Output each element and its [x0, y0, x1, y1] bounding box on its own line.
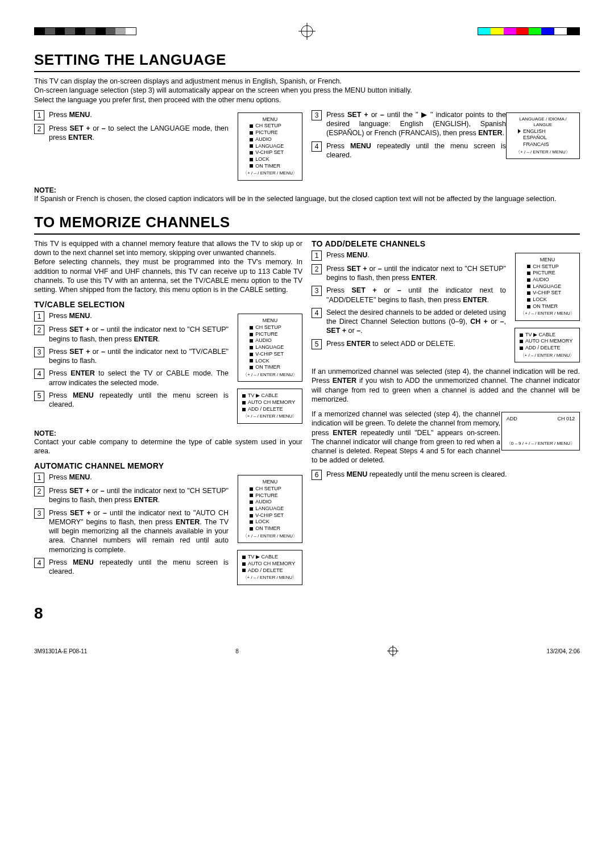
osd-item-label: AUTO CH MEMORY [525, 338, 572, 345]
osd-item: AUTO CH MEMORY [520, 338, 575, 345]
lang-intro-2: On-screen language selection (step 3) wi… [34, 86, 580, 95]
step: 2Press SET + or – to select the LANGUAGE… [34, 124, 229, 143]
osd-item-label: ON TIMER [255, 163, 280, 170]
osd-item: ADD / DELETE [520, 345, 575, 352]
top-crop-marks [34, 23, 580, 40]
osd-item: ESPAÑOL [518, 135, 575, 141]
square-icon [250, 326, 253, 329]
osd-item: LANGUAGE [243, 143, 297, 150]
step-number: 3 [312, 110, 322, 120]
step-text: Press MENU repeatedly until the menu scr… [49, 558, 229, 577]
osd-autoch-illustration: TV ▶ CABLEAUTO CH MEMORYADD / DELETE 〈+ … [237, 550, 302, 585]
square-icon [250, 144, 253, 148]
osd-item: ON TIMER [243, 163, 297, 170]
square-icon [250, 359, 253, 362]
square-icon [250, 527, 253, 531]
osd-item: AUTO CH MEMORY [242, 561, 297, 567]
osd-item: LOCK [243, 156, 297, 163]
step-text: Press MENU. [49, 311, 229, 322]
square-icon [527, 298, 530, 302]
osd-add-hint: 〈0 – 9 / + / – / ENTER / MENU〉 [507, 441, 575, 446]
step: 3Press SET + or – until the indicator ne… [312, 286, 506, 304]
step: 3Press SET + or – until the " ▶ " indica… [312, 110, 506, 138]
osd-item-label: CH SETUP [533, 264, 559, 270]
step-number: 2 [312, 264, 322, 274]
osd-item-label: ON TIMER [255, 525, 280, 532]
osd-item-label: LANGUAGE [533, 283, 561, 290]
osd-item-label: ESPAÑOL [523, 135, 547, 141]
step: 1Press MENU. [34, 110, 229, 120]
step: 2Press SET + or – until the indicator ne… [34, 325, 229, 344]
square-icon [520, 347, 523, 350]
step-text: Select the desired channels to be added … [326, 308, 506, 336]
add-para-1: If an unmemorized channel was selected (… [312, 367, 580, 404]
osd-hint: 〈+ / – / ENTER / MENU〉 [243, 533, 297, 539]
step-number: 1 [34, 311, 44, 322]
osd-menu-title: MENU [520, 257, 575, 264]
step-number: 2 [34, 325, 44, 335]
osd-item: ENGLISH [518, 128, 575, 135]
square-icon [250, 353, 253, 356]
osd-item: PICTURE [520, 270, 575, 277]
square-icon [250, 124, 253, 128]
step-text: Press SET + or – until the indicator nex… [326, 264, 506, 283]
osd-item: AUDIO [243, 499, 297, 506]
step-text: Press SET + or – until the " ▶ " indicat… [326, 110, 506, 138]
square-icon [250, 138, 253, 141]
osd-item: AUDIO [520, 277, 575, 283]
osd-item-label: V-CHIP SET [255, 149, 284, 156]
step-text: Press SET + or – until the indicator nex… [49, 325, 229, 344]
step-text: Press MENU. [49, 110, 229, 120]
osd-item-label: TV ▶ CABLE [525, 332, 555, 339]
heading-to-memorize-channels: TO MEMORIZE CHANNELS [34, 214, 580, 231]
divider [34, 71, 580, 72]
osd-item-label: FRANCAIS [523, 141, 549, 148]
osd-item-label: ADD / DELETE [248, 406, 283, 413]
osd-add-channel: CH 012 [557, 416, 575, 423]
osd-item: LOCK [243, 358, 297, 365]
registration-mark-icon [298, 23, 316, 40]
step-number: 4 [34, 369, 44, 379]
square-icon [250, 346, 253, 349]
step-text: Press MENU. [49, 473, 229, 483]
osd-item-label: AUDIO [533, 277, 549, 283]
note-label: NOTE: [34, 186, 580, 194]
footer-bar: 3M91301A-E P08-11 8 13/2/04, 2:06 [34, 645, 580, 658]
osd-menu-chsetup-illustration-2: MENU CH SETUPPICTUREAUDIOLANGUAGEV-CHIP … [238, 475, 302, 543]
square-icon [527, 265, 530, 268]
osd-add-label: ADD [507, 416, 517, 423]
osd-item-label: ENGLISH [523, 128, 546, 135]
osd-item: TV ▶ CABLE [520, 332, 575, 339]
osd-item-label: AUDIO [255, 499, 272, 506]
step: 4Select the desired channels to be added… [312, 308, 506, 336]
subhead-tvcable: TV/CABLE SELECTION [34, 300, 302, 309]
footer-date: 13/2/04, 2:06 [547, 648, 580, 654]
pointer-icon [518, 129, 521, 133]
square-icon [242, 401, 246, 404]
osd-item-label: AUTO CH MEMORY [248, 399, 295, 406]
osd-item-label: V-CHIP SET [533, 290, 561, 297]
step-number: 5 [34, 391, 44, 401]
step-text: Press SET + or – until the indicator nex… [49, 347, 229, 366]
osd-item-label: TV ▶ CABLE [248, 554, 278, 561]
color-calibration-bar [478, 27, 580, 35]
osd-item-label: V-CHIP SET [255, 351, 284, 358]
step-text: Press MENU repeatedly until the menu scr… [326, 141, 506, 160]
step-number: 3 [34, 347, 44, 357]
square-icon [527, 305, 530, 308]
osd-item-label: PICTURE [255, 331, 278, 338]
step-text: Press ENTER to select ADD or DELETE. [326, 339, 506, 349]
step: 5Press ENTER to select ADD or DELETE. [312, 339, 506, 349]
step: 3Press SET + or – until the indicator ne… [34, 508, 229, 554]
osd-menu-chsetup-illustration-3: MENU CH SETUPPICTUREAUDIOLANGUAGEV-CHIP … [515, 253, 580, 321]
square-icon [250, 520, 253, 524]
square-icon [250, 151, 253, 155]
step-number: 2 [34, 124, 44, 134]
osd-item-label: AUDIO [255, 337, 272, 344]
osd-item-label: AUTO CH MEMORY [248, 561, 295, 567]
heading-setting-the-language: SETTING THE LANGUAGE [34, 51, 580, 69]
square-icon [520, 340, 523, 343]
osd-item-label: PICTURE [533, 270, 555, 277]
divider [34, 233, 580, 235]
osd-item: TV ▶ CABLE [242, 554, 297, 561]
